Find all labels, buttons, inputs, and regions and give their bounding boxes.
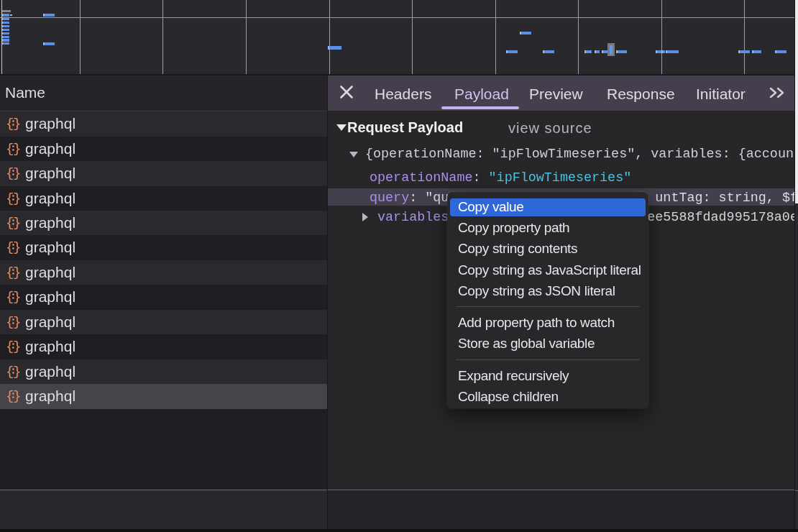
svg-text:}: } xyxy=(13,289,20,304)
svg-text:}: } xyxy=(13,314,20,329)
svg-text:}: } xyxy=(13,239,20,254)
svg-text:}: } xyxy=(13,191,20,206)
svg-text:}: } xyxy=(13,388,20,403)
svg-text:}: } xyxy=(13,364,20,379)
svg-text:}: } xyxy=(13,116,20,131)
svg-text:}: } xyxy=(13,265,20,280)
svg-text:}: } xyxy=(13,165,20,180)
svg-text:}: } xyxy=(13,215,20,230)
svg-text:}: } xyxy=(13,339,20,354)
svg-text:}: } xyxy=(13,141,20,156)
